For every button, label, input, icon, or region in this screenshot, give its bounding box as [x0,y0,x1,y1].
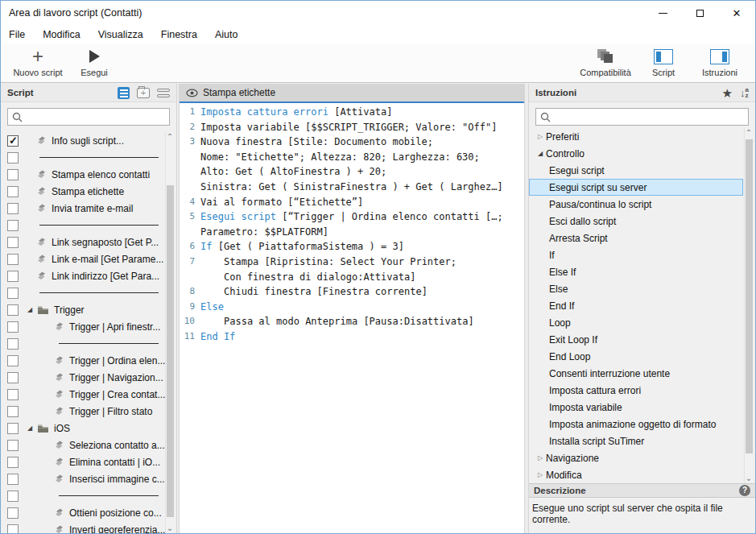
code-line[interactable]: Parametro: $$PLATFORM] [180,225,524,240]
menu-visualizza[interactable]: Visualizza [98,29,143,40]
instruction-category[interactable]: ▷Modifica [529,466,743,483]
checkbox[interactable] [7,372,19,383]
checkbox[interactable] [7,169,19,180]
script-list-item[interactable]: Trigger | Crea contat... [1,386,176,403]
instruction-item[interactable]: Esegui script [529,162,743,179]
instruction-category[interactable]: ▷Navigazione [529,449,743,466]
list-view-icon[interactable] [118,87,130,99]
instruction-item[interactable]: End Loop [529,348,743,365]
script-list-item[interactable]: Inserisci immagine c... [1,470,176,487]
editor-tab[interactable]: Stampa etichette [180,84,524,103]
script-search-input[interactable] [27,111,165,122]
instructions-scrollbar[interactable]: ⌃ ⌄ [744,128,753,483]
expanded-triangle-icon[interactable]: ◢ [536,150,544,157]
scroll-thumb[interactable] [167,185,174,517]
title-bar[interactable]: Area di lavoro script (Contatti) ✕ [1,1,755,25]
collapsed-triangle-icon[interactable]: ▷ [536,133,544,140]
checkbox[interactable] [7,457,19,468]
checkbox[interactable] [7,389,19,400]
instruction-item[interactable]: Esegui script su server [529,179,743,196]
code-line[interactable]: 3Nuova finestra [Stile: Documento mobile… [180,135,524,150]
menu-finestra[interactable]: Finestra [161,29,197,40]
new-folder-icon[interactable]: + [137,88,150,98]
instruction-item[interactable]: Installa script SuTimer [529,433,743,449]
checkbox[interactable] [7,203,19,214]
expanded-triangle-icon[interactable]: ◢ [26,306,34,313]
collapsed-triangle-icon[interactable]: ▷ [536,454,544,462]
checkbox[interactable] [7,237,19,248]
instruction-item[interactable]: Imposta variabile [529,399,743,416]
scroll-up-icon[interactable]: ⌃ [745,128,753,138]
instruction-item[interactable]: Arresta Script [529,230,743,246]
scroll-thumb[interactable] [746,139,753,453]
code-line[interactable]: 1Imposta cattura errori [Attivata] [180,105,524,120]
menu-icon[interactable] [157,89,170,97]
sort-az-icon[interactable]: ↓az [740,87,749,98]
collapsed-triangle-icon[interactable]: ▷ [536,471,544,478]
code-line[interactable]: Con finestra di dialogo:Attivata] [180,270,524,285]
checkbox[interactable] [7,152,19,164]
code-line[interactable]: 5Esegui script [“Trigger | Ordina elenco… [180,209,524,225]
instruction-category[interactable]: ◢Controllo [529,145,743,162]
code-line[interactable]: Nome: "Etichette"; Altezza: 820; Larghez… [180,150,524,165]
instruction-item[interactable]: Else If [529,263,743,280]
script-folder-row[interactable]: ◢Trigger [1,301,176,318]
checkbox[interactable] [7,524,19,534]
checkbox[interactable] [7,288,19,299]
script-list-item[interactable]: Trigger | Ordina elen... [1,352,176,369]
new-script-button[interactable]: + Nuovo script [9,47,67,81]
checkbox[interactable] [7,186,19,197]
code-line[interactable]: 8Chiudi finestra [Finestra corrente] [180,284,524,300]
instructions-search-box[interactable] [535,108,749,126]
help-icon[interactable]: ? [739,485,750,496]
instruction-item[interactable]: Imposta animazione oggetto di formato [529,416,743,433]
expanded-triangle-icon[interactable]: ◢ [26,424,34,432]
code-line[interactable]: 9Else [180,300,524,315]
code-line[interactable]: 11End If [180,329,524,345]
script-list-item[interactable]: Trigger | Navigazion... [1,369,176,386]
instructions-panel-toggle-button[interactable]: Istruzioni [691,47,749,81]
script-list-item[interactable]: Link e-mail [Get Parame... [1,250,176,267]
code-line[interactable]: 4Vai al formato [“Etichette”] [180,195,524,210]
minimize-button[interactable] [644,1,681,25]
code-line[interactable]: 2Imposta variabile [$$SCRIPT_TRIGGER; Va… [180,120,524,135]
script-list-item[interactable]: Invia tramite e-mail [1,200,176,217]
scroll-up-icon[interactable]: ⌃ [166,132,174,142]
code-line[interactable]: 10Passa al modo Anteprima [Pausa:Disatti… [180,314,524,329]
instruction-item[interactable]: Else [529,280,743,297]
script-list-item[interactable]: Elimina contatti | iO... [1,453,176,470]
checkbox[interactable] [7,271,19,282]
checkbox[interactable] [7,304,19,316]
checkbox[interactable] [7,507,19,519]
checkbox[interactable] [7,423,19,434]
script-list-item[interactable]: Ottieni posizione co... [1,504,176,521]
code-line[interactable]: Alto: Get ( AltoFinestra ) + 20; [180,164,524,180]
code-line[interactable]: 7Stampa [Ripristina: Select Your Printer… [180,255,524,270]
instruction-item[interactable]: Exit Loop If [529,331,743,348]
scroll-down-icon[interactable]: ⌄ [745,474,753,483]
menu-file[interactable]: File [9,29,25,40]
checkbox[interactable] [7,135,19,147]
compatibility-button[interactable]: Compatibilità [576,47,634,81]
checkbox[interactable] [7,254,19,265]
maximize-button[interactable] [681,1,718,25]
script-panel-toggle-button[interactable]: Script [634,47,692,81]
script-list-item[interactable]: Link segnaposto [Get P... [1,234,176,250]
script-list-item[interactable]: Seleziona contatto a... [1,437,176,453]
instruction-item[interactable]: Esci dallo script [529,213,743,230]
script-search-box[interactable] [7,108,170,126]
checkbox[interactable] [7,491,19,502]
script-list-item[interactable]: Link indirizzo [Get Para... [1,267,176,284]
checkbox[interactable] [7,474,19,485]
script-folder-row[interactable]: ◢iOS [1,420,176,437]
instruction-category[interactable]: ▷Preferiti [529,128,743,145]
script-list-item[interactable]: Trigger | Apri finestr... [1,318,176,335]
script-list-scrollbar[interactable]: ⌃ ⌄ [165,132,174,533]
run-button[interactable]: Esegui [65,47,123,81]
checkbox[interactable] [7,355,19,366]
instruction-item[interactable]: Loop [529,314,743,331]
star-icon[interactable]: ★ [722,87,733,99]
script-list-item[interactable]: Info sugli script... [1,132,176,149]
scroll-down-icon[interactable]: ⌄ [166,524,174,533]
checkbox[interactable] [7,321,19,333]
